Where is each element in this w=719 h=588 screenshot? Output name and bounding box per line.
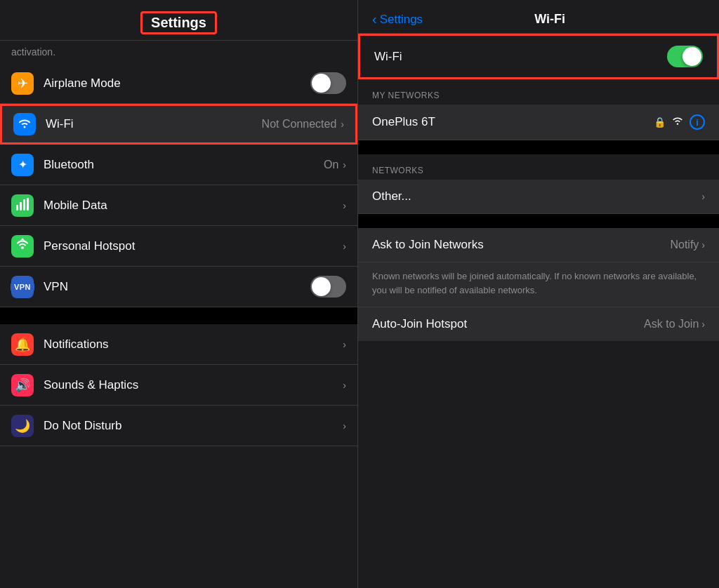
oneplus-network-row[interactable]: OnePlus 6T 🔒 i [358,105,719,140]
dnd-icon: 🌙 [15,418,30,434]
mobile-data-chevron: › [343,200,346,211]
lock-icon: 🔒 [654,116,666,128]
ask-join-label: Ask to Join Networks [372,238,670,252]
airplane-icon: ✈ [18,76,28,91]
networks-header: NETWORKS [358,154,719,180]
network-name: OnePlus 6T [372,115,654,129]
settings-row-personal-hotspot[interactable]: Personal Hotspot › [0,226,357,267]
network-icons: 🔒 i [654,114,705,130]
other-networks-row[interactable]: Other... › [358,180,719,214]
ask-join-row[interactable]: Ask to Join Networks Notify › [358,228,719,262]
my-networks-header: MY NETWORKS [358,79,719,105]
notifications-icon: 🔔 [15,337,30,352]
left-panel: Settings activation. ✈ Airplane Mode [0,0,358,588]
auto-join-label: Auto-Join Hotspot [372,317,644,331]
auto-join-row[interactable]: Auto-Join Hotspot Ask to Join › [358,307,719,341]
settings-row-sounds-haptics[interactable]: 🔊 Sounds & Haptics › [0,365,357,406]
info-text: Known networks will be joined automatica… [372,271,697,295]
settings-row-bluetooth[interactable]: ✦ Bluetooth On › [0,145,357,185]
ask-join-chevron: › [701,239,705,250]
vpn-label: VPN [44,280,310,294]
wifi-chevron: › [341,119,344,130]
airplane-icon-wrapper: ✈ [11,72,34,95]
notifications-label: Notifications [44,338,343,352]
wifi-main-toggle[interactable] [667,46,703,67]
ask-join-section-gap [358,214,719,228]
info-box: Known networks will be joined automatica… [358,262,719,307]
vpn-toggle[interactable] [310,276,346,298]
settings-row-do-not-disturb[interactable]: 🌙 Do Not Disturb › [0,406,357,446]
wifi-icon-wrapper [13,113,36,135]
wifi-toggle-knob [682,47,701,66]
wifi-toggle-row[interactable]: Wi-Fi [358,34,719,79]
notifications-chevron: › [343,339,346,350]
svg-rect-0 [16,205,18,211]
bluetooth-icon: ✦ [18,158,27,171]
info-circle-icon[interactable]: i [690,114,705,130]
wifi-label: Wi-Fi [46,117,262,131]
hotspot-icon [15,238,30,254]
airplane-toggle-knob [312,74,331,93]
settings-title: Settings [151,15,206,30]
mobile-data-label: Mobile Data [44,199,343,213]
settings-row-wifi[interactable]: Wi-Fi Not Connected › [0,104,357,145]
right-panel: ‹ Settings Wi-Fi Wi-Fi MY NETWORKS OnePl… [358,0,719,588]
activation-text: activation. [0,41,357,63]
settings-row-airplane-mode[interactable]: ✈ Airplane Mode [0,63,357,104]
vpn-icon: VPN [11,282,34,292]
back-chevron-icon: ‹ [372,11,377,27]
wifi-value: Not Connected [262,118,337,131]
wifi-icon [18,117,32,132]
airplane-mode-label: Airplane Mode [44,76,310,91]
vpn-icon-wrapper: VPN [11,276,34,298]
back-button[interactable]: ‹ Settings [372,11,423,27]
dnd-chevron: › [343,420,346,432]
svg-rect-3 [27,198,29,211]
hotspot-icon-wrapper [11,235,34,258]
bluetooth-chevron: › [343,159,346,171]
settings-row-mobile-data[interactable]: Mobile Data › [0,185,357,226]
mobile-data-icon [15,198,29,213]
sounds-icon: 🔊 [15,377,30,393]
settings-row-vpn[interactable]: VPN VPN [0,267,357,307]
mobile-data-icon-wrapper [11,194,34,217]
svg-point-4 [21,246,24,249]
bluetooth-icon-wrapper: ✦ [11,154,34,176]
wifi-signal-icon [671,116,684,128]
sounds-haptics-label: Sounds & Haptics [44,378,343,392]
bluetooth-value: On [324,159,338,171]
ask-join-value: Notify [670,239,699,251]
networks-section-gap [358,140,719,154]
svg-rect-2 [23,199,25,211]
sounds-chevron: › [343,380,346,391]
bluetooth-label: Bluetooth [44,158,324,172]
back-label: Settings [380,13,423,27]
svg-rect-1 [20,202,22,211]
sounds-icon-wrapper: 🔊 [11,374,34,396]
do-not-disturb-label: Do Not Disturb [44,419,343,433]
section-gap [0,307,357,324]
airplane-mode-toggle[interactable] [310,72,346,94]
notifications-icon-wrapper: 🔔 [11,333,34,356]
personal-hotspot-chevron: › [343,241,346,252]
vpn-toggle-knob [312,277,331,296]
other-chevron: › [701,191,705,202]
left-header: Settings [0,0,357,41]
settings-list: ✈ Airplane Mode [0,63,357,588]
dnd-icon-wrapper: 🌙 [11,415,34,437]
page-title: Wi-Fi [534,12,593,27]
wifi-toggle-label: Wi-Fi [374,50,667,64]
settings-title-box: Settings [140,11,217,34]
auto-join-value: Ask to Join [644,318,699,330]
auto-join-chevron: › [701,319,705,330]
other-label: Other... [372,189,701,203]
settings-row-notifications[interactable]: 🔔 Notifications › [0,324,357,365]
personal-hotspot-label: Personal Hotspot [44,239,343,253]
right-header: ‹ Settings Wi-Fi [358,0,719,34]
